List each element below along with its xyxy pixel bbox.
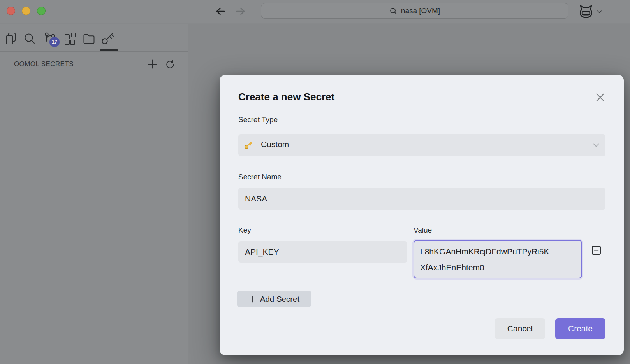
add-secret-label: Add Secret [260, 294, 299, 304]
tab-folder[interactable] [83, 30, 98, 47]
refresh-button[interactable] [165, 59, 176, 70]
active-tab-indicator [100, 49, 118, 51]
close-button[interactable] [595, 91, 607, 103]
sidebar-tab-bar: 17 [0, 24, 188, 52]
secret-name-label: Secret Name [238, 173, 282, 181]
value-text-line2: XfAxJhEnEhtem0 [420, 259, 575, 275]
arrow-right-icon [235, 5, 247, 17]
search-icon [389, 7, 398, 15]
tab-copy[interactable] [5, 30, 20, 47]
flow-count-badge: 17 [49, 37, 60, 47]
traffic-zoom-button[interactable] [37, 7, 46, 15]
key-value: API_KEY [245, 247, 279, 257]
search-query-text: nasa [OVM] [401, 7, 440, 15]
gold-key-icon [243, 140, 253, 150]
app-window: nasa [OVM] [0, 0, 630, 364]
secret-name-value: NASA [245, 194, 267, 203]
value-label: Value [414, 226, 432, 234]
tab-secrets[interactable] [100, 30, 118, 47]
account-menu-button[interactable] [578, 3, 611, 21]
tab-search[interactable] [23, 30, 39, 47]
add-secret-button[interactable]: Add Secret [237, 290, 311, 307]
copy-icon [5, 32, 20, 45]
tab-blocks[interactable] [63, 30, 79, 47]
secret-type-label: Secret Type [238, 116, 278, 124]
traffic-close-button[interactable] [7, 7, 15, 15]
back-button[interactable] [215, 5, 227, 18]
oomol-logo-icon [578, 4, 594, 19]
folder-icon [83, 33, 98, 44]
plus-icon [249, 295, 257, 303]
value-input[interactable]: L8hKGAnHmKRcjDFdwPuTPyRi5K XfAxJhEnEhtem… [414, 240, 582, 278]
secret-type-value: Custom [261, 140, 289, 149]
titlebar: nasa [OVM] [0, 0, 630, 23]
close-icon [595, 92, 607, 103]
key-input[interactable]: API_KEY [238, 241, 407, 262]
create-button[interactable]: Create [555, 318, 605, 339]
arrow-left-icon [215, 5, 227, 17]
remove-kv-row-button[interactable] [592, 246, 601, 255]
chevron-down-icon [597, 9, 602, 15]
forward-button[interactable] [235, 5, 247, 18]
secret-type-select[interactable]: Custom [238, 134, 605, 156]
sidebar: 17 [0, 24, 188, 364]
modal-title: Create a new Secret [238, 91, 334, 103]
key-label: Key [238, 226, 251, 234]
traffic-minimize-button[interactable] [22, 7, 30, 15]
add-secret-panel-button[interactable] [147, 58, 158, 70]
global-search-bar[interactable]: nasa [OVM] [261, 3, 568, 19]
value-text-line1: L8hKGAnHmKRcjDFdwPuTPyRi5K [420, 243, 575, 259]
key-icon [100, 31, 118, 46]
cancel-button[interactable]: Cancel [495, 318, 545, 339]
search-icon [23, 32, 39, 45]
plus-icon [147, 59, 158, 70]
chevron-down-icon [592, 141, 600, 149]
minus-icon [593, 247, 599, 253]
panel-title: OOMOL SECRETS [14, 60, 74, 68]
refresh-icon [165, 60, 176, 70]
blocks-icon [63, 32, 79, 45]
secret-name-input[interactable]: NASA [238, 188, 605, 210]
create-secret-modal: Create a new Secret Secret Type Custom [220, 75, 624, 355]
